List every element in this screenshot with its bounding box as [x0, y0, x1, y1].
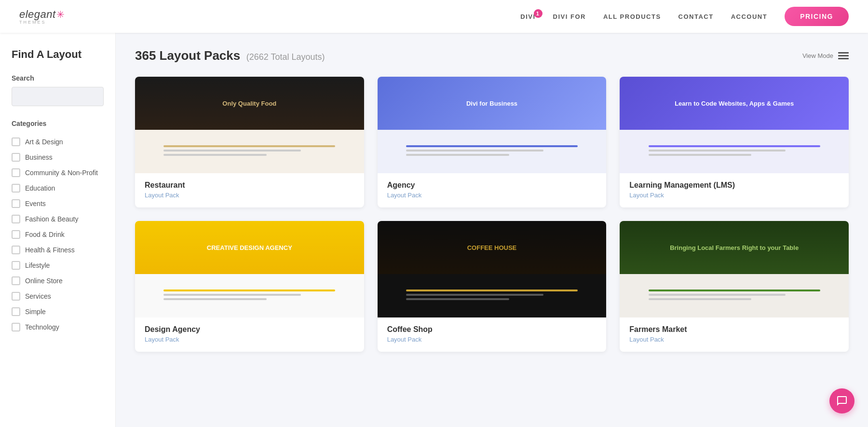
logo-asterisk-icon: ✳ [56, 9, 65, 20]
layout-heading: 365 Layout Packs (2662 Total Layouts) [135, 48, 325, 63]
category-checkbox-lifestyle[interactable] [12, 261, 20, 270]
categories-label: Categories [12, 120, 104, 127]
card-name-agency: Agency [387, 181, 597, 190]
category-checkbox-simple[interactable] [12, 307, 20, 316]
category-checkbox-community-non-profit[interactable] [12, 168, 20, 177]
nav-item-divi-for[interactable]: DIVI FOR [553, 13, 586, 20]
card-restaurant[interactable]: Only Quality Food Restaurant Layout Pack [135, 77, 364, 207]
category-label-health-fitness: Health & Fitness [25, 246, 75, 254]
card-name-farmers-market: Farmers Market [629, 325, 839, 334]
category-label-events: Events [25, 200, 46, 207]
category-item-events[interactable]: Events [12, 196, 104, 211]
card-info-coffee-shop: Coffee Shop Layout Pack [378, 317, 607, 352]
card-image-restaurant: Only Quality Food [135, 77, 364, 173]
category-item-simple[interactable]: Simple [12, 304, 104, 319]
category-item-technology[interactable]: Technology [12, 319, 104, 335]
category-item-online-store[interactable]: Online Store [12, 273, 104, 289]
category-item-education[interactable]: Education [12, 180, 104, 196]
category-item-food-drink[interactable]: Food & Drink [12, 227, 104, 242]
content-header: 365 Layout Packs (2662 Total Layouts) Vi… [135, 48, 849, 63]
search-input[interactable] [12, 87, 104, 106]
card-name-coffee-shop: Coffee Shop [387, 325, 597, 334]
view-mode-toggle[interactable]: View Mode [802, 52, 849, 60]
category-label-online-store: Online Store [25, 277, 63, 285]
category-checkbox-events[interactable] [12, 199, 20, 208]
chat-icon [836, 395, 848, 407]
card-name-lms: Learning Management (LMS) [629, 181, 839, 190]
card-image-lms: Learn to Code Websites, Apps & Games [620, 77, 849, 173]
categories-list: Art & Design Business Community & Non-Pr… [12, 134, 104, 335]
card-info-restaurant: Restaurant Layout Pack [135, 173, 364, 207]
category-label-technology: Technology [25, 323, 59, 331]
main-content: 365 Layout Packs (2662 Total Layouts) Vi… [116, 33, 868, 427]
category-item-fashion-beauty[interactable]: Fashion & Beauty [12, 211, 104, 227]
layout-count-label: 365 Layout Packs [135, 48, 240, 63]
layout-total-label: (2662 Total Layouts) [246, 52, 325, 62]
card-type-restaurant: Layout Pack [145, 192, 354, 199]
header: elegant ✳ themes DIVI 1 DIVI FOR ALL PRO… [0, 0, 868, 33]
logo-subtext: themes [19, 20, 46, 25]
card-type-coffee-shop: Layout Pack [387, 336, 597, 343]
category-checkbox-fashion-beauty[interactable] [12, 215, 20, 223]
chat-bubble-button[interactable] [829, 388, 854, 413]
category-label-art-design: Art & Design [25, 138, 63, 146]
nav-item-contact[interactable]: CONTACT [678, 13, 714, 20]
card-name-design-agency: Design Agency [145, 325, 354, 334]
main-nav: DIVI 1 DIVI FOR ALL PRODUCTS CONTACT ACC… [520, 7, 849, 26]
category-label-food-drink: Food & Drink [25, 231, 65, 238]
logo[interactable]: elegant ✳ themes [19, 8, 65, 25]
category-item-services[interactable]: Services [12, 289, 104, 304]
category-checkbox-business[interactable] [12, 153, 20, 162]
nav-item-divi[interactable]: DIVI 1 [520, 13, 535, 20]
category-label-business: Business [25, 153, 53, 161]
category-label-fashion-beauty: Fashion & Beauty [25, 215, 79, 223]
search-label: Search [12, 74, 104, 82]
card-type-agency: Layout Pack [387, 192, 597, 199]
card-agency[interactable]: Divi for Business Agency Layout Pack [378, 77, 607, 207]
card-image-agency: Divi for Business [378, 77, 607, 173]
category-label-community-non-profit: Community & Non-Profit [25, 169, 98, 177]
card-lms[interactable]: Learn to Code Websites, Apps & Games Lea… [620, 77, 849, 207]
nav-item-all-products[interactable]: ALL PRODUCTS [603, 13, 661, 20]
card-type-design-agency: Layout Pack [145, 336, 354, 343]
card-farmers-market[interactable]: Bringing Local Farmers Right to your Tab… [620, 221, 849, 352]
category-item-community-non-profit[interactable]: Community & Non-Profit [12, 165, 104, 180]
card-image-farmers-market: Bringing Local Farmers Right to your Tab… [620, 221, 849, 317]
sidebar-title: Find A Layout [12, 48, 104, 61]
card-design-agency[interactable]: CREATIVE DESIGN AGENCY Design Agency Lay… [135, 221, 364, 352]
category-checkbox-health-fitness[interactable] [12, 246, 20, 254]
card-image-design-agency: CREATIVE DESIGN AGENCY [135, 221, 364, 317]
category-label-services: Services [25, 292, 51, 300]
category-checkbox-technology[interactable] [12, 323, 20, 331]
card-type-lms: Layout Pack [629, 192, 839, 199]
category-checkbox-education[interactable] [12, 184, 20, 193]
card-image-coffee-shop: COFFEE HOUSE [378, 221, 607, 317]
page-body: Find A Layout Search Categories Art & De… [0, 33, 868, 427]
category-checkbox-services[interactable] [12, 292, 20, 301]
category-item-business[interactable]: Business [12, 150, 104, 165]
sidebar: Find A Layout Search Categories Art & De… [0, 33, 116, 427]
category-label-simple: Simple [25, 308, 46, 316]
logo-text: elegant [19, 8, 56, 21]
nav-item-account[interactable]: ACCOUNT [731, 13, 768, 20]
category-item-art-design[interactable]: Art & Design [12, 134, 104, 150]
category-checkbox-food-drink[interactable] [12, 230, 20, 239]
card-info-farmers-market: Farmers Market Layout Pack [620, 317, 849, 352]
category-item-health-fitness[interactable]: Health & Fitness [12, 242, 104, 258]
card-name-restaurant: Restaurant [145, 181, 354, 190]
view-mode-label: View Mode [802, 52, 833, 59]
card-coffee-shop[interactable]: COFFEE HOUSE Coffee Shop Layout Pack [378, 221, 607, 352]
grid-icon [838, 52, 849, 60]
category-label-lifestyle: Lifestyle [25, 262, 50, 269]
category-checkbox-art-design[interactable] [12, 138, 20, 146]
card-type-farmers-market: Layout Pack [629, 336, 839, 343]
category-label-education: Education [25, 184, 55, 192]
divi-badge: 1 [534, 9, 542, 18]
category-checkbox-online-store[interactable] [12, 276, 20, 285]
card-info-design-agency: Design Agency Layout Pack [135, 317, 364, 352]
card-info-lms: Learning Management (LMS) Layout Pack [620, 173, 849, 207]
card-info-agency: Agency Layout Pack [378, 173, 607, 207]
category-item-lifestyle[interactable]: Lifestyle [12, 258, 104, 273]
cards-grid: Only Quality Food Restaurant Layout Pack… [135, 77, 849, 352]
pricing-button[interactable]: PRICING [785, 7, 849, 26]
